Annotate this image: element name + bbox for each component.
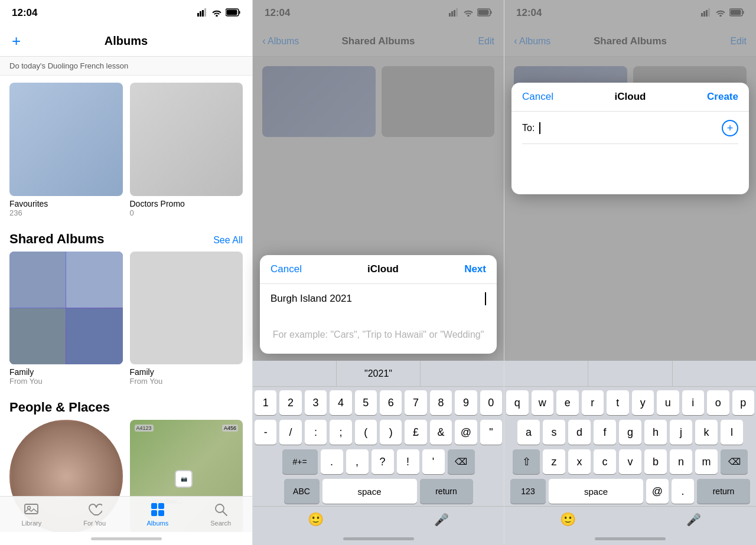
shared-album-family-1[interactable]: Family From You (9, 252, 123, 386)
key-question[interactable]: ? (372, 449, 394, 474)
key-f[interactable]: f (594, 420, 616, 445)
key-return-3[interactable]: return (697, 479, 750, 504)
key-7[interactable]: 7 (405, 390, 426, 415)
tab-search[interactable]: Search (189, 501, 252, 527)
panel-albums: 12:04 + Albums Do today's Duolingo Frenc… (0, 0, 253, 545)
key-x[interactable]: x (568, 449, 591, 474)
key-semicolon[interactable]: ; (330, 420, 351, 445)
suggestion-middle-2[interactable]: "2021" (337, 361, 421, 386)
key-abc[interactable]: ABC (284, 479, 320, 504)
key-space-2[interactable]: space (322, 479, 417, 504)
key-row-bottom: ABC space return (255, 479, 502, 504)
key-comma[interactable]: , (346, 449, 369, 474)
key-6[interactable]: 6 (380, 390, 402, 415)
emoji-button-3[interactable]: 🙂 (560, 512, 576, 527)
key-0[interactable]: 0 (480, 390, 502, 415)
key-z[interactable]: z (543, 449, 565, 474)
key-slash[interactable]: / (279, 420, 301, 445)
key-w[interactable]: w (532, 390, 554, 415)
key-2[interactable]: 2 (279, 390, 301, 415)
icloud-name-dialog: Cancel iCloud Next Burgh Island 2021 For… (260, 255, 497, 354)
key-y[interactable]: y (632, 390, 654, 415)
tab-library[interactable]: Library (0, 501, 63, 527)
key-m[interactable]: m (695, 449, 718, 474)
mic-button-3[interactable]: 🎤 (686, 513, 701, 527)
key-1[interactable]: 1 (255, 390, 276, 415)
album-count-favourites: 236 (9, 208, 123, 217)
shared-albums-row: Family From You Family From You (9, 252, 243, 386)
key-l[interactable]: l (721, 420, 743, 445)
key-t[interactable]: t (607, 390, 629, 415)
key-g[interactable]: g (619, 420, 641, 445)
key-hashplus[interactable]: #+= (282, 449, 318, 474)
key-o[interactable]: o (707, 390, 729, 415)
shared-album-family-2[interactable]: Family From You (130, 252, 243, 386)
tab-for-you[interactable]: For You (63, 501, 126, 527)
delete-key-2[interactable]: ⌫ (448, 449, 475, 474)
suggestion-left-2[interactable] (253, 361, 337, 386)
shared-albums-see-all[interactable]: See All (213, 235, 243, 246)
album-doctors[interactable]: Doctors Promo 0 (130, 83, 243, 217)
key-8[interactable]: 8 (430, 390, 452, 415)
key-d[interactable]: d (568, 420, 591, 445)
add-person-button[interactable]: + (722, 120, 738, 136)
key-at[interactable]: @ (455, 420, 477, 445)
key-123[interactable]: 123 (510, 479, 546, 504)
key-5[interactable]: 5 (355, 390, 377, 415)
suggestion-middle-3[interactable] (588, 361, 672, 386)
suggestion-left-3[interactable] (504, 361, 588, 386)
key-exclaim[interactable]: ! (397, 449, 419, 474)
key-3[interactable]: 3 (305, 390, 327, 415)
mic-button-2[interactable]: 🎤 (434, 513, 449, 527)
key-j[interactable]: j (670, 420, 692, 445)
key-dot-3[interactable]: . (672, 479, 694, 504)
key-u[interactable]: u (657, 390, 679, 415)
key-cparen[interactable]: ) (380, 420, 402, 445)
key-colon[interactable]: : (305, 420, 327, 445)
key-dash[interactable]: - (255, 420, 276, 445)
suggestion-right-3[interactable] (673, 361, 756, 386)
album-thumb-doctors (130, 83, 243, 196)
key-p[interactable]: p (732, 390, 755, 415)
key-n[interactable]: n (670, 449, 692, 474)
key-pound[interactable]: £ (405, 420, 426, 445)
key-q[interactable]: q (506, 390, 529, 415)
key-e[interactable]: e (556, 390, 579, 415)
icloud-cancel-button[interactable]: Cancel (271, 263, 302, 275)
key-ampersand[interactable]: & (430, 420, 452, 445)
tab-albums[interactable]: Albums (126, 501, 190, 527)
emoji-button-2[interactable]: 🙂 (308, 512, 324, 527)
key-k[interactable]: k (695, 420, 718, 445)
key-i[interactable]: i (682, 390, 705, 415)
key-b[interactable]: b (644, 449, 667, 474)
key-quote[interactable]: " (480, 420, 502, 445)
key-c[interactable]: c (594, 449, 616, 474)
key-a[interactable]: a (517, 420, 540, 445)
add-album-button[interactable]: + (12, 32, 21, 50)
for-you-icon (86, 501, 103, 518)
album-favourites[interactable]: Favourites 236 (9, 83, 123, 217)
album-label-doctors: Doctors Promo (130, 199, 243, 208)
key-v[interactable]: v (619, 449, 641, 474)
map-badge: A4123 (135, 425, 154, 432)
icloud-create-button[interactable]: Create (707, 91, 738, 103)
albums-nav-bar: + Albums (0, 26, 252, 57)
key-h[interactable]: h (644, 420, 667, 445)
icloud-album-name-input[interactable]: Burgh Island 2021 (271, 293, 484, 305)
key-return-2[interactable]: return (420, 479, 473, 504)
key-space-3[interactable]: space (549, 479, 643, 504)
key-apostrophe[interactable]: ' (422, 449, 445, 474)
delete-key-3[interactable]: ⌫ (721, 449, 748, 474)
key-4[interactable]: 4 (330, 390, 351, 415)
key-s[interactable]: s (543, 420, 565, 445)
key-period[interactable]: . (321, 449, 343, 474)
icloud-next-button[interactable]: Next (464, 263, 486, 275)
key-9[interactable]: 9 (455, 390, 477, 415)
home-bar-1 (91, 537, 162, 540)
key-r[interactable]: r (582, 390, 604, 415)
icloud-to-cancel-button[interactable]: Cancel (522, 91, 553, 103)
key-oparen[interactable]: ( (355, 420, 377, 445)
key-at-3[interactable]: @ (646, 479, 669, 504)
shift-key-3[interactable]: ⇧ (513, 449, 540, 474)
suggestion-right-2[interactable] (421, 361, 504, 386)
